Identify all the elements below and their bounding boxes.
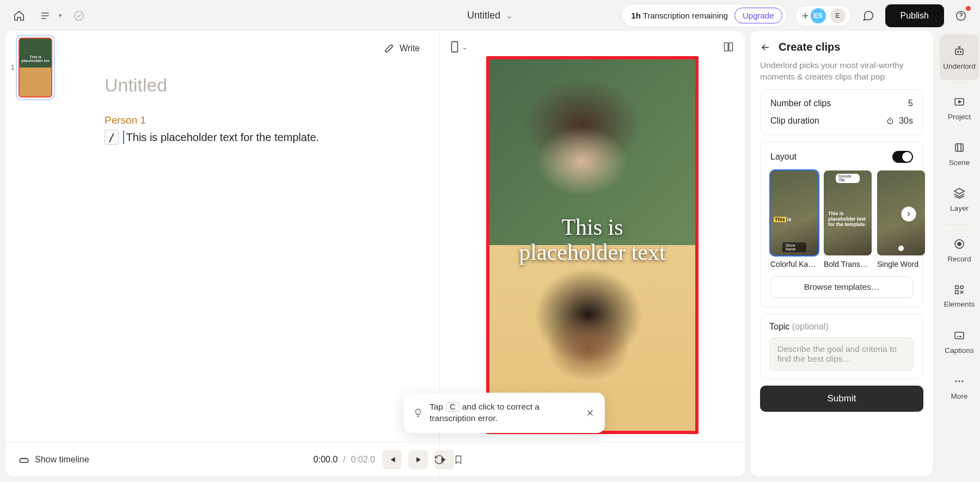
- rail-record[interactable]: Record: [940, 227, 979, 273]
- left-panel: 1 This isplaceholder tex Write Untitled …: [5, 31, 745, 477]
- transcript-text[interactable]: This is placeholder text for the templat…: [126, 131, 320, 144]
- next-templates-icon[interactable]: [901, 206, 916, 222]
- svg-rect-14: [955, 285, 959, 289]
- rail-captions[interactable]: Captions: [940, 319, 979, 364]
- speaker-label[interactable]: Person 1: [105, 114, 420, 126]
- stopwatch-icon: [886, 117, 895, 125]
- video-preview[interactable]: ⌘ This is placeholder text: [486, 56, 699, 434]
- rail-scene[interactable]: Scene: [940, 131, 979, 176]
- notification-dot: [966, 6, 971, 11]
- time-sep: /: [343, 455, 345, 465]
- loop-icon[interactable]: [434, 454, 445, 465]
- transcript-line[interactable]: / This is placeholder text for the templ…: [105, 130, 420, 145]
- doc-title-text: Untitled: [467, 10, 500, 21]
- rail-more[interactable]: More: [940, 364, 979, 410]
- rail-layer[interactable]: Layer: [940, 176, 979, 222]
- fit-to-screen-icon[interactable]: [723, 41, 734, 52]
- svg-rect-7: [955, 49, 963, 54]
- svg-rect-3: [725, 43, 728, 51]
- layout-name: Single Word: [877, 260, 925, 269]
- chat-icon[interactable]: [859, 7, 878, 25]
- tip-text: Tap C and click to correct a transcripti…: [430, 401, 579, 424]
- chevron-down-icon: ⌄: [506, 10, 513, 21]
- rail-elements[interactable]: Elements: [940, 273, 979, 319]
- aspect-ratio-button[interactable]: ⌄: [451, 41, 468, 53]
- scene-thumb-strip: 1 This isplaceholder tex: [5, 31, 71, 477]
- transcription-text: Transcription remaining: [643, 11, 728, 20]
- publish-button[interactable]: Publish: [885, 4, 944, 27]
- layout-name: Colorful Ka…: [770, 260, 818, 269]
- layout-toggle[interactable]: [892, 151, 913, 163]
- tip-toast: Tap C and click to correct a transcripti…: [403, 393, 605, 433]
- create-clips-panel: Create clips Underlord picks your most v…: [750, 31, 933, 477]
- clip-duration-row[interactable]: Clip duration 30s: [770, 116, 913, 126]
- svg-point-19: [958, 380, 960, 382]
- time-duration: 0:02.0: [351, 455, 375, 465]
- avatar: ES: [811, 8, 826, 23]
- num-clips-label: Number of clips: [770, 99, 831, 108]
- transcription-prefix: 1h: [631, 11, 641, 20]
- submit-button[interactable]: Submit: [760, 386, 923, 412]
- svg-rect-17: [955, 332, 964, 339]
- show-timeline-button[interactable]: Show timeline: [19, 454, 89, 465]
- scene-thumb[interactable]: 1 This isplaceholder tex: [11, 38, 65, 97]
- layout-thumb[interactable]: Episode Title This is placeholder text f…: [824, 170, 872, 255]
- clip-duration-value: 30s: [899, 116, 913, 126]
- scene-number: 1: [11, 64, 15, 71]
- bookmark-icon[interactable]: [454, 454, 463, 465]
- layout-option[interactable]: Single Word: [877, 170, 925, 269]
- layout-option[interactable]: Episode Title This is placeholder text f…: [824, 170, 872, 269]
- layout-name: Bold Trans…: [824, 260, 872, 269]
- menu-icon[interactable]: [36, 7, 54, 25]
- back-icon[interactable]: [760, 42, 771, 53]
- rail-label: Elements: [944, 300, 975, 308]
- write-button[interactable]: Write: [384, 43, 420, 54]
- dot-icon: [898, 246, 904, 251]
- top-bar: ▾ Untitled ⌄ 1h Transcription remaining …: [0, 0, 980, 31]
- topic-input[interactable]: Describe the goal and criteria to find t…: [769, 337, 914, 371]
- svg-rect-2: [452, 42, 458, 52]
- menu-caret-icon[interactable]: ▾: [59, 12, 62, 19]
- rail-underlord[interactable]: Underlord: [940, 34, 979, 80]
- text-cursor: [123, 131, 124, 144]
- chevron-down-icon: ⌄: [462, 42, 468, 51]
- skip-back-button[interactable]: [382, 450, 402, 469]
- svg-point-18: [955, 380, 957, 382]
- svg-point-20: [961, 380, 963, 382]
- playback-bar: Show timeline 0:00.0 / 0:02.0: [5, 442, 745, 477]
- rail-label: Project: [948, 113, 971, 121]
- svg-point-9: [960, 51, 961, 52]
- avatar: E: [830, 8, 846, 23]
- number-of-clips-row[interactable]: Number of clips 5: [770, 99, 913, 108]
- clip-settings-section: Number of clips 5 Clip duration 30s: [760, 89, 923, 135]
- transcript-editor: Write Untitled Person 1 / This is placeh…: [71, 31, 440, 477]
- doc-heading[interactable]: Untitled: [105, 75, 420, 96]
- write-label: Write: [400, 44, 420, 53]
- collaborators[interactable]: ES E: [795, 5, 852, 26]
- rail-project[interactable]: Project: [940, 85, 979, 131]
- num-clips-value: 5: [908, 99, 913, 108]
- layout-option[interactable]: This is Show Name Colorful Ka…: [770, 170, 818, 269]
- close-icon[interactable]: [585, 408, 595, 418]
- rail-label: More: [951, 392, 968, 400]
- panel-title: Create clips: [779, 41, 840, 53]
- scene-thumbnail[interactable]: This isplaceholder tex: [19, 38, 52, 97]
- keyboard-key: C: [445, 402, 460, 412]
- svg-point-13: [958, 242, 961, 246]
- layout-caption: This is placeholder text for the templat…: [828, 211, 868, 228]
- caption-line: This is: [497, 215, 688, 240]
- upgrade-button[interactable]: Upgrade: [734, 8, 782, 23]
- help-icon[interactable]: [952, 7, 970, 25]
- lightbulb-icon: [413, 407, 423, 419]
- layout-thumb[interactable]: This is Show Name: [770, 170, 818, 255]
- rail-label: Underlord: [943, 62, 975, 70]
- doc-title-dropdown[interactable]: Untitled ⌄: [467, 10, 513, 21]
- rail-label: Record: [947, 255, 971, 263]
- play-button[interactable]: [408, 450, 428, 469]
- browse-templates-button[interactable]: Browse templates…: [770, 276, 913, 298]
- caption-line: placeholder text: [497, 240, 688, 265]
- layout-top-badge: Episode Title: [836, 174, 860, 183]
- extra-controls: [434, 454, 463, 465]
- home-icon[interactable]: [10, 7, 28, 25]
- caption-overlay: This is placeholder text: [489, 215, 695, 265]
